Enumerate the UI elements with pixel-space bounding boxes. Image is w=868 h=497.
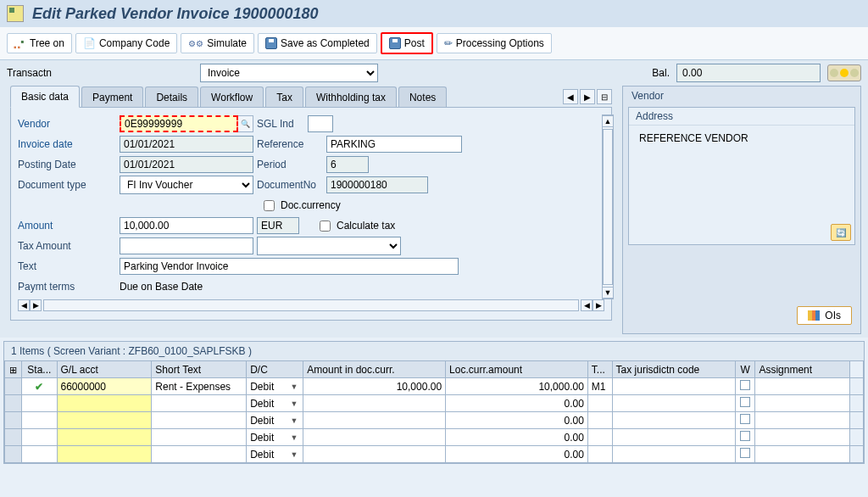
short-text-cell[interactable]: Rent - Expenses — [152, 378, 247, 395]
doc-no-input[interactable] — [326, 176, 428, 193]
tab-workflow[interactable]: Workflow — [200, 87, 264, 108]
dc-cell[interactable]: Debit▼ — [247, 412, 303, 429]
address-label: Address — [629, 108, 854, 126]
scroll-left-btn[interactable]: ◀ — [18, 299, 30, 311]
col-tax-jur[interactable]: Tax jurisdictn code — [612, 361, 735, 378]
tab-withholding[interactable]: Withholding tax — [305, 87, 397, 108]
col-gl-acct[interactable]: G/L acct — [57, 361, 152, 378]
invoice-date-label[interactable]: Invoice date — [18, 138, 120, 150]
posting-date-input[interactable] — [120, 156, 253, 173]
scroll-down-btn[interactable]: ▼ — [603, 287, 613, 299]
vendor-label[interactable]: Vendor — [18, 118, 120, 130]
wh-checkbox[interactable] — [740, 431, 750, 441]
amount-input[interactable] — [120, 217, 253, 234]
wh-checkbox[interactable] — [740, 380, 750, 390]
assignment-cell[interactable] — [755, 378, 850, 395]
tab-notes[interactable]: Notes — [398, 87, 447, 108]
doc-currency-checkbox[interactable] — [264, 200, 275, 211]
save-completed-button[interactable]: Save as Completed — [258, 33, 377, 53]
page-title: Edit Parked Vendor Invoice 1900000180 — [32, 5, 319, 23]
post-button[interactable]: Post — [381, 32, 433, 54]
sgl-ind-input[interactable] — [308, 115, 333, 132]
tab-details[interactable]: Details — [145, 87, 198, 108]
col-dc[interactable]: D/C — [247, 361, 303, 378]
ois-button[interactable]: OIs — [797, 306, 852, 325]
company-code-button[interactable]: Company Code — [75, 33, 177, 53]
gl-acct-cell[interactable]: 66000000 — [57, 378, 152, 395]
row-selector[interactable] — [5, 378, 22, 395]
text-input[interactable] — [120, 258, 459, 275]
wh-checkbox[interactable] — [740, 414, 750, 424]
app-icon — [7, 5, 24, 22]
grid-row[interactable]: 66000000 Rent - Expenses Debit▼ 10,000.0… — [5, 378, 864, 395]
grid-row[interactable]: Debit▼ 0.00 — [5, 429, 864, 446]
scroll-right-btn[interactable]: ▶ — [30, 299, 42, 311]
simulate-button[interactable]: Simulate — [181, 33, 254, 53]
processing-options-button[interactable]: Processing Options — [437, 33, 552, 53]
reference-input[interactable] — [326, 136, 462, 153]
row-selector[interactable] — [5, 429, 22, 446]
tab-tax[interactable]: Tax — [265, 87, 303, 108]
tab-list-btn[interactable]: ⊟ — [597, 89, 612, 104]
currency-input[interactable] — [257, 217, 299, 234]
tax-code-select[interactable] — [257, 237, 401, 255]
address-detail-button[interactable]: 🔄 — [831, 224, 851, 241]
tree-on-button[interactable]: Tree on — [7, 33, 72, 53]
text-label: Text — [18, 260, 120, 272]
grid-row[interactable]: Debit▼ 0.00 — [5, 446, 864, 463]
tax-jur-cell[interactable] — [612, 378, 735, 395]
calc-tax-label: Calculate tax — [337, 220, 395, 232]
col-status[interactable]: Sta... — [22, 361, 57, 378]
tab-next-btn[interactable]: ▶ — [580, 89, 595, 104]
app-toolbar: Tree on Company Code Simulate Save as Co… — [0, 27, 868, 60]
doc-type-select[interactable]: FI Inv Voucher — [120, 176, 253, 194]
transaction-select[interactable]: Invoice — [200, 64, 378, 82]
wh-cell[interactable] — [735, 378, 754, 395]
pay-terms-value: Due on Base Date — [120, 281, 203, 293]
scroll-right-btn-2[interactable]: ▶ — [593, 299, 604, 311]
col-tax[interactable]: T... — [587, 361, 612, 378]
row-selector[interactable] — [5, 412, 22, 429]
transaction-label: Transactn — [7, 67, 193, 79]
dc-cell[interactable]: Debit▼ — [247, 395, 303, 412]
invoice-date-input[interactable] — [120, 136, 253, 153]
tax-amount-label: Tax Amount — [18, 240, 120, 252]
gl-acct-cell[interactable] — [57, 429, 152, 446]
gl-acct-cell[interactable] — [57, 395, 152, 412]
grid-row[interactable]: Debit▼ 0.00 — [5, 412, 864, 429]
content-vscroll[interactable]: ▲ ▼ — [602, 114, 614, 299]
dc-cell[interactable]: Debit▼ — [247, 429, 303, 446]
grid-row[interactable]: Debit▼ 0.00 — [5, 395, 864, 412]
tax-cell[interactable]: M1 — [587, 378, 612, 395]
row-selector[interactable] — [5, 446, 22, 463]
tab-nav: ◀ ▶ ⊟ — [563, 89, 612, 104]
period-input[interactable] — [326, 156, 369, 173]
gl-acct-cell[interactable] — [57, 446, 152, 463]
tab-payment[interactable]: Payment — [81, 87, 143, 108]
wh-checkbox[interactable] — [740, 448, 750, 458]
scroll-up-btn[interactable]: ▲ — [603, 115, 613, 127]
select-all-cell[interactable]: ⊞ — [5, 361, 22, 378]
wh-checkbox[interactable] — [740, 397, 750, 407]
dc-cell[interactable]: Debit▼ — [247, 446, 303, 463]
tab-prev-btn[interactable]: ◀ — [563, 89, 578, 104]
col-wh[interactable]: W — [735, 361, 754, 378]
grid-header-row: ⊞ Sta... G/L acct Short Text D/C Amount … — [5, 361, 864, 378]
vendor-search-help[interactable] — [238, 115, 253, 132]
col-short-text[interactable]: Short Text — [152, 361, 247, 378]
amount-label[interactable]: Amount — [18, 220, 120, 232]
col-loc-amount[interactable]: Loc.curr.amount — [446, 361, 588, 378]
row-selector[interactable] — [5, 395, 22, 412]
balance-label: Bal. — [652, 67, 670, 79]
scroll-left-btn-2[interactable]: ◀ — [581, 299, 593, 311]
gl-acct-cell[interactable] — [57, 412, 152, 429]
loc-amount-cell[interactable]: 10,000.00 — [446, 378, 588, 395]
tab-basic-data[interactable]: Basic data — [10, 86, 80, 108]
amount-cell[interactable]: 10,000.00 — [303, 378, 446, 395]
vendor-input[interactable] — [120, 115, 238, 132]
tax-amount-input[interactable] — [120, 237, 253, 254]
dc-cell[interactable]: Debit▼ — [247, 378, 303, 395]
col-amount-doc[interactable]: Amount in doc.curr. — [303, 361, 446, 378]
calc-tax-checkbox[interactable] — [320, 221, 331, 232]
col-assignment[interactable]: Assignment — [755, 361, 850, 378]
